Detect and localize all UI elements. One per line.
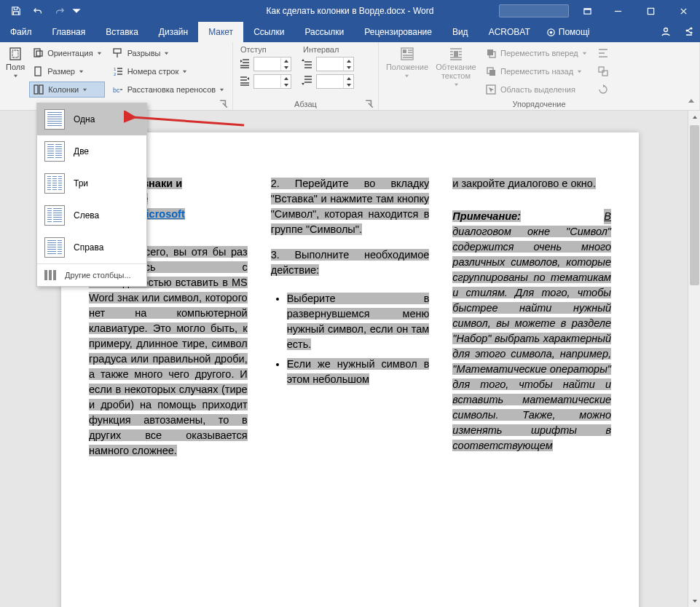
columns-option-three[interactable]: Три xyxy=(37,167,146,199)
indent-left-icon[interactable] xyxy=(239,57,251,71)
columns-option-one[interactable]: Одна xyxy=(37,103,146,135)
columns-option-left[interactable]: Слева xyxy=(37,199,146,231)
selection-pane-icon xyxy=(485,84,497,95)
columns-button[interactable]: Колонки xyxy=(29,82,104,98)
left-column-icon xyxy=(44,205,65,226)
position-button[interactable]: Положение xyxy=(385,45,430,98)
maximize-button[interactable] xyxy=(634,0,667,22)
vertical-scrollbar[interactable] xyxy=(688,111,700,607)
redo-button[interactable] xyxy=(50,1,70,21)
svg-rect-29 xyxy=(487,49,493,55)
position-label: Положение xyxy=(386,63,428,71)
columns-option-right[interactable]: Справа xyxy=(37,231,146,263)
hyphenation-button[interactable]: bc Расстановка переносов xyxy=(109,82,227,98)
tab-file[interactable]: Файл xyxy=(0,22,42,42)
svg-rect-21 xyxy=(39,85,43,94)
user-account-box[interactable] xyxy=(499,4,569,17)
ribbon-display-options-button[interactable] xyxy=(573,0,602,22)
group-objects-button[interactable] xyxy=(594,63,616,79)
account-icon[interactable] xyxy=(661,26,671,39)
tell-me-label: Помощі xyxy=(559,27,590,37)
svg-text:1: 1 xyxy=(114,67,117,71)
breaks-button[interactable]: Разрывы xyxy=(109,45,227,61)
note-body: диалоговом окне "Символ" содержится очен… xyxy=(452,226,611,451)
svg-rect-34 xyxy=(599,67,604,72)
two-column-icon xyxy=(44,141,65,162)
spacing-after-input[interactable] xyxy=(316,74,354,89)
window-title: Как сделать колонки в Ворде.docx - Word xyxy=(267,6,434,16)
indent-left-input[interactable] xyxy=(253,57,291,71)
scroll-down-button[interactable] xyxy=(688,595,700,607)
ribbon: Поля Ориентация Размер Колонки xyxy=(0,42,700,111)
indent-right-icon[interactable] xyxy=(239,75,251,88)
tab-insert[interactable]: Вставка xyxy=(95,22,149,42)
size-label: Размер xyxy=(47,67,75,76)
tab-design[interactable]: Дизайн xyxy=(149,22,198,42)
spacing-before-icon[interactable] xyxy=(302,57,313,71)
svg-rect-16 xyxy=(12,50,18,57)
margins-label: Поля xyxy=(6,63,25,71)
spacing-after-icon[interactable] xyxy=(302,75,313,88)
page-setup-launcher[interactable] xyxy=(219,100,228,108)
share-icon[interactable] xyxy=(684,26,694,39)
size-button[interactable]: Размер xyxy=(29,63,104,79)
svg-rect-19 xyxy=(35,67,41,76)
tab-view[interactable]: Вид xyxy=(442,22,479,42)
three-column-icon xyxy=(44,173,65,194)
spacing-label: Интервал xyxy=(302,45,354,54)
one-column-icon xyxy=(44,109,65,130)
send-backward-button[interactable]: Переместить назад xyxy=(482,63,590,79)
svg-rect-20 xyxy=(34,85,38,94)
svg-rect-22 xyxy=(114,49,121,53)
collapse-ribbon-button[interactable] xyxy=(687,97,696,107)
col2-p3: 3. Выполните необходимое действие: xyxy=(271,249,430,276)
rotate-button[interactable] xyxy=(594,82,616,98)
columns-icon xyxy=(33,84,44,95)
svg-point-10 xyxy=(549,31,552,33)
save-button[interactable] xyxy=(6,1,26,21)
paragraph-launcher[interactable] xyxy=(365,100,374,108)
columns-option-two[interactable]: Две xyxy=(37,135,146,167)
tab-references[interactable]: Ссылки xyxy=(243,22,294,42)
tab-acrobat[interactable]: ACROBAT xyxy=(479,22,540,42)
bring-forward-label: Переместить вперед xyxy=(500,49,578,57)
qat-customize-button[interactable] xyxy=(71,1,82,21)
spacing-before-input[interactable] xyxy=(316,57,354,71)
size-icon xyxy=(32,66,44,77)
align-button[interactable] xyxy=(594,45,616,61)
wrap-text-label: Обтекание текстом xyxy=(436,63,476,80)
wrap-text-button[interactable]: Обтекание текстом xyxy=(434,45,478,98)
scroll-up-button[interactable] xyxy=(688,111,700,123)
columns-option-more[interactable]: Другие столбцы... xyxy=(37,264,146,286)
tell-me-box[interactable]: Помощі xyxy=(546,22,590,42)
svg-point-11 xyxy=(664,28,668,31)
line-numbers-button[interactable]: 12 Номера строк xyxy=(109,63,227,79)
orientation-button[interactable]: Ориентация xyxy=(29,45,104,61)
tab-review[interactable]: Рецензирование xyxy=(354,22,442,42)
group-arrange: Положение Обтекание текстом Переместить … xyxy=(379,42,700,110)
columns-right-label: Справа xyxy=(74,242,103,253)
indent-label: Отступ xyxy=(239,45,291,54)
tab-home[interactable]: Главная xyxy=(42,22,96,42)
quick-access-toolbar xyxy=(0,1,82,21)
columns-two-label: Две xyxy=(74,146,89,156)
margins-button[interactable]: Поля xyxy=(6,45,25,107)
indent-right-input[interactable] xyxy=(253,74,291,89)
selection-pane-button[interactable]: Область выделения xyxy=(482,82,590,98)
document-page[interactable]: обавляем знаки и ециальные мволы в Micro… xyxy=(61,132,639,607)
bring-forward-button[interactable]: Переместить вперед xyxy=(482,45,590,61)
hyphenation-label: Расстановка переносов xyxy=(127,85,216,94)
selection-pane-label: Область выделения xyxy=(500,85,575,94)
tab-mailings[interactable]: Рассылки xyxy=(294,22,354,42)
svg-rect-27 xyxy=(403,49,406,53)
scroll-thumb[interactable] xyxy=(690,125,699,285)
col2-p2: 2. Перейдите во вкладку "Вставка" и нажм… xyxy=(271,178,430,235)
minimize-button[interactable] xyxy=(602,0,634,22)
tab-layout[interactable]: Макет xyxy=(198,22,243,42)
svg-rect-8 xyxy=(648,8,653,14)
columns-one-label: Одна xyxy=(74,114,95,124)
columns-more-label: Другие столбцы... xyxy=(65,271,131,279)
close-button[interactable] xyxy=(667,0,700,22)
svg-rect-18 xyxy=(36,51,42,56)
undo-button[interactable] xyxy=(28,1,48,21)
